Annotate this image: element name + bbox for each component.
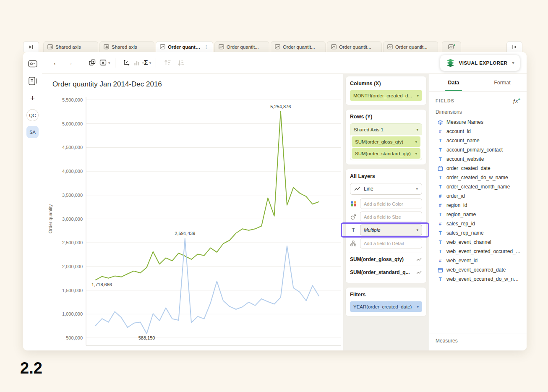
new-element-button[interactable] (442, 41, 461, 52)
rows-pill-standard[interactable]: SUM(order_standard_qty) ▾ (352, 148, 420, 159)
mark-type-select[interactable]: Line ▾ (350, 183, 422, 195)
measures-section: Measures (429, 334, 527, 350)
canvas-elements-button[interactable] (26, 57, 39, 70)
visual-explorer-button[interactable]: VISUAL EXPLORER ▾ (440, 55, 520, 71)
panel-expand-right-icon (511, 44, 517, 50)
forward-arrow-icon: → (66, 59, 73, 66)
line-mark-icon (354, 186, 360, 191)
rows-pill-gloss[interactable]: SUM(order_gloss_qty) ▾ (352, 136, 420, 147)
duplicate-icon (89, 59, 97, 67)
field-item[interactable]: Tsales_rep_name (429, 228, 527, 238)
svg-text:5,254,876: 5,254,876 (270, 104, 291, 109)
tab-active[interactable]: Order quantit...⋮ (156, 41, 213, 52)
field-item[interactable]: Taccount_primary_contact (429, 145, 527, 154)
line-chart-tab-icon (387, 44, 393, 50)
swap-axes-button[interactable] (120, 56, 133, 70)
chevron-down-icon[interactable]: ▾ (415, 152, 417, 156)
svg-text:4,000,000: 4,000,000 (62, 169, 83, 174)
avatar-sa[interactable]: SA (26, 126, 39, 138)
detail-property-row: Add a field to Detail (350, 238, 422, 248)
field-item[interactable]: #web_event_id (429, 256, 527, 265)
fields-title: FIELDS (436, 98, 454, 103)
forward-button[interactable]: → (63, 56, 76, 70)
all-layers-card: All Layers Line ▾ (345, 169, 427, 283)
chevron-down-icon: ▾ (512, 60, 514, 65)
expand-right-panel-button[interactable] (506, 41, 522, 52)
chevron-down-icon[interactable]: ▾ (417, 305, 419, 309)
sort-ascending-button[interactable] (161, 56, 174, 70)
columns-shelf-card: Columns (X) MONTH(order_created_d... ▾ (345, 76, 427, 105)
svg-text:2,000,000: 2,000,000 (62, 264, 83, 269)
new-chart-icon (448, 44, 455, 50)
field-item[interactable]: #sales_rep_id (429, 219, 527, 228)
aggregate-button[interactable]: Σ ▾ (144, 59, 151, 67)
tab[interactable]: Order quantit... (327, 41, 382, 52)
field-item[interactable]: web_event_occurred_date (429, 265, 527, 274)
canvas-elements-icon (27, 58, 38, 69)
add-formula-button[interactable]: ƒx+ (512, 97, 520, 104)
field-item[interactable]: #account_id (429, 127, 527, 136)
visual-explorer-label: VISUAL EXPLORER (459, 60, 508, 65)
tab[interactable]: Shared axis (43, 41, 98, 52)
text-field-select[interactable]: Multiple ▾ (360, 225, 422, 235)
fields-panel: Data Format FIELDS ƒx+ Dimensions Measur… (429, 74, 527, 350)
chart-canvas[interactable]: 500,0001,000,0001,500,0002,000,0002,500,… (42, 93, 343, 350)
field-item[interactable]: #order_id (429, 191, 527, 201)
svg-text:2,591,439: 2,591,439 (175, 231, 195, 236)
rows-shelf-card: Rows (Y) Shared Axis 1 ▾ SUM(order_gloss… (345, 109, 427, 165)
field-item[interactable]: Tweb_event_channel (429, 238, 527, 247)
size-field-input[interactable]: Add a field to Size (360, 212, 422, 222)
field-item[interactable]: Taccount_website (429, 154, 527, 164)
detail-field-input[interactable]: Add a field to Detail (360, 238, 422, 248)
svg-text:1,500,000: 1,500,000 (62, 288, 83, 293)
delete-element-button[interactable]: ▾ (99, 59, 110, 67)
field-item[interactable]: Tweb_event_occurred_do_w_name (429, 274, 527, 284)
sort-descending-button[interactable] (174, 56, 188, 70)
text-property-row: T Multiple ▾ (350, 225, 422, 235)
chevron-down-icon[interactable]: ▾ (416, 187, 418, 191)
sigma-icon: Σ (144, 59, 148, 67)
field-item[interactable]: #region_id (429, 201, 527, 210)
back-button[interactable]: ← (50, 56, 63, 70)
field-item[interactable]: Taccount_name (429, 136, 527, 145)
columns-pill[interactable]: MONTH(order_created_d... ▾ (350, 90, 422, 101)
chevron-down-icon[interactable]: ▾ (416, 128, 418, 132)
layer-row-gloss[interactable]: SUM(order_gloss_qty) (349, 253, 423, 266)
tab-format[interactable]: Format (478, 74, 527, 91)
svg-text:500,000: 500,000 (66, 335, 83, 340)
chevron-down-icon[interactable]: ▾ (417, 94, 419, 98)
tab[interactable]: Shared axis (99, 41, 154, 52)
field-item[interactable]: Tweb_event_created_occurred_na... (429, 247, 527, 256)
color-field-input[interactable]: Add a field to Color (360, 199, 422, 209)
text-field-icon: T (439, 157, 442, 162)
tab[interactable]: Order quantit... (271, 41, 326, 52)
layer-row-standard[interactable]: SUM(order_standard_q... (349, 266, 423, 279)
filter-pill[interactable]: YEAR(order_created_date) ▾ (350, 301, 422, 312)
field-item[interactable]: Torder_created_month_name (429, 182, 527, 191)
shared-axis-pill[interactable]: Shared Axis 1 ▾ (350, 124, 422, 135)
notebook-icon (27, 76, 38, 86)
add-page-button[interactable]: + (26, 92, 39, 105)
svg-text:5,000,000: 5,000,000 (62, 121, 83, 126)
notebook-button[interactable] (26, 75, 39, 87)
field-item[interactable]: Torder_created_do_w_name (429, 173, 527, 182)
avatar-qc[interactable]: QC (26, 109, 39, 121)
number-field-icon: # (439, 129, 441, 134)
field-item[interactable]: order_created_date (429, 164, 527, 173)
tab[interactable]: Order quantit... (383, 41, 438, 52)
swap-axes-icon (123, 59, 130, 67)
chevron-down-icon[interactable]: ▾ (415, 140, 417, 144)
expand-left-panel-button[interactable] (23, 41, 39, 52)
chevron-down-icon[interactable]: ▾ (416, 228, 418, 232)
line-chart-tab-icon (331, 44, 337, 50)
tab-data[interactable]: Data (429, 74, 478, 91)
chart-type-button[interactable]: ▾ (133, 59, 144, 67)
tab-menu-icon[interactable]: ⋮ (204, 44, 209, 50)
field-item[interactable]: Measure Names (429, 118, 527, 127)
tab[interactable]: Order quantit... (214, 41, 269, 52)
field-item[interactable]: Tregion_name (429, 210, 527, 219)
chart-area: Order quantity Jan 2014-Dec 2016 500,000… (42, 74, 343, 350)
chart-title: Order quantity Jan 2014-Dec 2016 (52, 80, 162, 89)
plus-icon: + (30, 94, 35, 103)
duplicate-element-button[interactable] (86, 56, 99, 70)
